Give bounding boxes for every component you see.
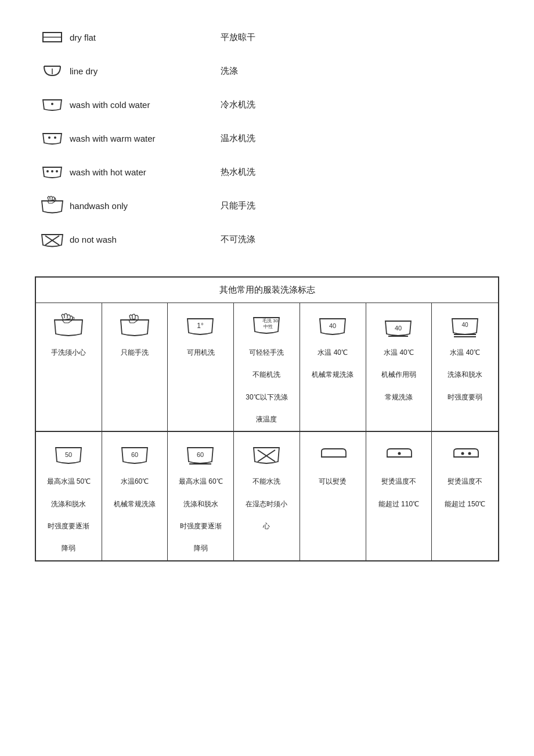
cell-text-1-5: 水温 40℃机械常规洗涤 [312, 347, 353, 381]
cell-icon-iron-150 [449, 438, 481, 473]
cell-icon-machine-wash: 1° [185, 309, 217, 344]
svg-text:60: 60 [131, 451, 138, 458]
dry-flat-chinese: 平放晾干 [221, 32, 255, 43]
wash-cold-label: wash with cold water [70, 100, 221, 110]
cell-icon-gentle-wash: 毛洗 30 中性 [251, 309, 283, 344]
svg-point-11 [51, 170, 53, 172]
table-cell-1-1: 手洗须小心 [36, 303, 102, 431]
svg-point-48 [468, 452, 471, 455]
line-dry-chinese: 洗涤 [221, 66, 238, 77]
svg-point-10 [46, 170, 49, 172]
cell-text-2-4: 不能水洗在湿态时须小心 [246, 476, 287, 532]
table-cell-2-2: 60 水温60℃机械常规洗涤 [102, 432, 168, 560]
table-cell-2-4: 不能水洗在湿态时须小心 [234, 432, 300, 560]
wash-cold-icon [35, 95, 70, 114]
cell-text-2-7: 熨烫温度不能超过 150℃ [445, 476, 485, 510]
svg-point-5 [51, 103, 53, 105]
cell-text-1-2: 只能手洗 [121, 347, 149, 358]
wash-cold-chinese: 冷水机洗 [221, 99, 255, 110]
cell-text-2-1: 最高水温 50℃洗涤和脱水时强度要逐渐降弱 [47, 476, 91, 554]
cell-text-2-2: 水温60℃机械常规洗涤 [114, 476, 156, 510]
svg-point-12 [56, 170, 58, 172]
table-cell-2-6: 熨烫温度不能超过 110℃ [366, 432, 432, 560]
cell-icon-40c-weak: 40 [383, 309, 414, 344]
wash-hot-icon [35, 163, 70, 181]
cell-icon-60c-normal: 60 [119, 438, 151, 473]
dry-flat-icon [35, 30, 70, 44]
svg-text:毛洗 30: 毛洗 30 [262, 318, 279, 323]
table-cell-1-2: 只能手洗 [102, 303, 168, 431]
svg-point-47 [461, 452, 464, 455]
wash-warm-icon [35, 129, 70, 147]
do-not-wash-label: do not wash [70, 235, 221, 244]
wash-warm-chinese: 温水机洗 [221, 133, 255, 144]
do-not-wash-chinese: 不可洗涤 [221, 234, 255, 245]
handwash-chinese: 只能手洗 [221, 200, 255, 211]
cell-icon-40c-normal: 40 [317, 309, 349, 344]
cell-icon-40c-gentle-spin: 40 [449, 309, 481, 344]
line-dry-row: line dry 洗涤 [35, 57, 499, 85]
cell-text-2-3: 最高水温 60℃洗涤和脱水时强度要逐渐降弱 [179, 476, 223, 554]
table-cell-2-7: 熨烫温度不能超过 150℃ [432, 432, 498, 560]
handwash-icon [35, 195, 70, 216]
cell-icon-iron-110 [383, 438, 414, 473]
table-cell-1-6: 40 水温 40℃机械作用弱常规洗涤 [366, 303, 432, 431]
cell-text-1-7: 水温 40℃洗涤和脱水时强度要弱 [448, 347, 482, 403]
cell-icon-50c: 50 [53, 438, 85, 473]
cell-icon-60c-max: 60 [185, 438, 217, 473]
wash-warm-label: wash with warm water [70, 134, 221, 143]
dry-flat-label: dry flat [70, 33, 221, 42]
cell-icon-handwash-only [119, 309, 151, 344]
handwash-label: handwash only [70, 201, 221, 211]
cell-text-2-6: 熨烫温度不能超过 110℃ [378, 476, 419, 510]
cell-icon-iron-ok [317, 438, 349, 473]
table-cell-2-5: 可以熨烫 [300, 432, 366, 560]
svg-text:50: 50 [65, 451, 72, 458]
wash-hot-row: wash with hot water 热水机洗 [35, 158, 499, 186]
svg-point-45 [398, 452, 401, 455]
do-not-wash-icon [35, 229, 70, 250]
table-title: 其他常用的服装洗涤标志 [36, 278, 498, 303]
cell-text-2-5: 可以熨烫 [319, 476, 347, 487]
svg-text:40: 40 [461, 322, 468, 328]
cell-text-1-6: 水温 40℃机械作用弱常规洗涤 [381, 347, 416, 403]
handwash-row: handwash only 只能手洗 [35, 192, 499, 219]
dry-flat-row: dry flat 平放晾干 [35, 23, 499, 51]
symbol-list: dry flat 平放晾干 line dry 洗涤 wash with [35, 23, 499, 253]
wash-hot-chinese: 热水机洗 [221, 167, 255, 178]
table-row-1: 手洗须小心 只能手洗 1° 可用 [36, 303, 498, 432]
wash-hot-label: wash with hot water [70, 167, 221, 177]
svg-text:中性: 中性 [264, 324, 273, 329]
table-cell-1-5: 40 水温 40℃机械常规洗涤 [300, 303, 366, 431]
table-cell-1-4: 毛洗 30 中性 可轻轻手洗不能机洗30℃以下洗涤液温度 [234, 303, 300, 431]
table-cell-2-1: 50 最高水温 50℃洗涤和脱水时强度要逐渐降弱 [36, 432, 102, 560]
svg-point-7 [48, 136, 50, 139]
table-cell-1-3: 1° 可用机洗 [168, 303, 234, 431]
wash-warm-row: wash with warm water 温水机洗 [35, 124, 499, 152]
cell-icon-no-wash-wet [251, 438, 283, 473]
table-row-2: 50 最高水温 50℃洗涤和脱水时强度要逐渐降弱 60 水温60℃机械常规洗涤 [36, 432, 498, 560]
cell-icon-careful-hand [53, 309, 85, 344]
svg-text:40: 40 [329, 322, 336, 329]
cell-text-1-3: 可用机洗 [187, 347, 215, 358]
svg-point-8 [54, 136, 56, 139]
table-cell-2-3: 60 最高水温 60℃洗涤和脱水时强度要逐渐降弱 [168, 432, 234, 560]
table-cell-1-7: 40 水温 40℃洗涤和脱水时强度要弱 [432, 303, 498, 431]
do-not-wash-row: do not wash 不可洗涤 [35, 225, 499, 253]
line-dry-label: line dry [70, 66, 221, 76]
svg-text:60: 60 [197, 451, 204, 458]
laundry-table: 其他常用的服装洗涤标志 手洗须小心 [35, 276, 499, 561]
cell-text-1-4: 可轻轻手洗不能机洗30℃以下洗涤液温度 [246, 347, 287, 425]
wash-cold-row: wash with cold water 冷水机洗 [35, 91, 499, 118]
cell-text-1-1: 手洗须小心 [51, 347, 86, 358]
line-dry-icon [35, 63, 70, 79]
svg-text:40: 40 [395, 325, 402, 332]
svg-text:1°: 1° [197, 322, 204, 330]
